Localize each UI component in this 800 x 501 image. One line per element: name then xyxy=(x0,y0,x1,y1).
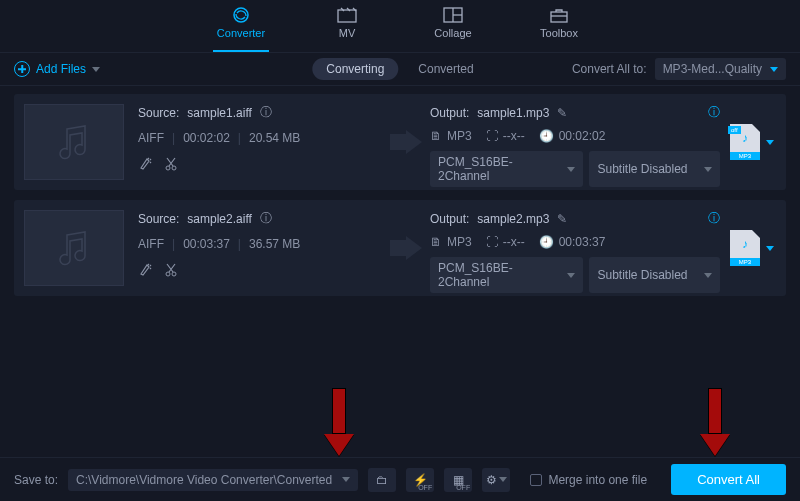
file-format-icon: off ♪ MP3 xyxy=(730,124,760,160)
thumbnail[interactable] xyxy=(24,210,124,286)
merge-label: Merge into one file xyxy=(548,473,647,487)
tab-converted[interactable]: Converted xyxy=(404,58,487,80)
info-icon[interactable]: ⓘ xyxy=(260,104,272,121)
output-format-dropdown[interactable]: MP3-Med...Quality xyxy=(655,58,786,80)
toolbox-icon xyxy=(548,6,570,24)
output-column: Output: sample2.mp3 ✎ ⓘ 🗎MP3 ⛶--x-- 🕘00:… xyxy=(430,210,720,286)
tab-converter-label: Converter xyxy=(217,27,265,39)
convert-all-to: Convert All to: MP3-Med...Quality xyxy=(572,58,786,80)
effects-icon[interactable] xyxy=(138,157,152,174)
output-format-button[interactable]: ♪ MP3 xyxy=(730,230,774,266)
subtitle-dropdown[interactable]: Subtitle Disabled xyxy=(589,151,720,187)
source-duration: 00:03:37 xyxy=(183,237,230,251)
mv-icon xyxy=(336,6,358,24)
source-filename: sample1.aiff xyxy=(187,106,251,120)
chevron-down-icon xyxy=(567,167,575,172)
collage-icon xyxy=(442,6,464,24)
gear-icon: ⚙ xyxy=(486,473,497,487)
edit-icon[interactable]: ✎ xyxy=(557,106,567,120)
chevron-down-icon xyxy=(766,246,774,251)
arrow-icon xyxy=(382,104,430,180)
svg-point-8 xyxy=(172,166,176,170)
source-column: Source: sample2.aiff ⓘ AIFF| 00:03:37| 3… xyxy=(124,210,382,286)
edit-icon[interactable]: ✎ xyxy=(557,212,567,226)
tab-converter[interactable]: Converter xyxy=(213,6,269,52)
chevron-down-icon xyxy=(766,140,774,145)
folder-icon: 🗀 xyxy=(376,473,388,487)
add-files-button[interactable]: Add Files xyxy=(14,61,100,77)
tab-mv[interactable]: MV xyxy=(319,6,375,52)
output-filename: sample1.mp3 xyxy=(477,106,549,120)
annotation-arrow xyxy=(324,388,354,460)
svg-point-9 xyxy=(166,272,170,276)
source-label: Source: xyxy=(138,212,179,226)
audio-codec-dropdown[interactable]: PCM_S16BE-2Channel xyxy=(430,151,583,187)
high-speed-button[interactable]: ▦OFF xyxy=(444,468,472,492)
output-label: Output: xyxy=(430,212,469,226)
tab-toolbox-label: Toolbox xyxy=(540,27,578,39)
source-duration: 00:02:02 xyxy=(183,131,230,145)
chevron-down-icon xyxy=(92,67,100,72)
audio-codec-dropdown[interactable]: PCM_S16BE-2Channel xyxy=(430,257,583,293)
output-label: Output: xyxy=(430,106,469,120)
convert-all-button[interactable]: Convert All xyxy=(671,464,786,495)
source-format: AIFF xyxy=(138,131,164,145)
clock-icon: 🕘 xyxy=(539,129,554,143)
chevron-down-icon xyxy=(499,477,507,482)
output-format-column: off ♪ MP3 xyxy=(720,104,774,180)
arrow-icon xyxy=(382,210,430,286)
converter-icon xyxy=(230,6,252,24)
chevron-down-icon xyxy=(567,273,575,278)
chevron-down-icon xyxy=(704,273,712,278)
info-icon[interactable]: ⓘ xyxy=(708,104,720,121)
file-icon: 🗎 xyxy=(430,235,442,249)
output-format-column: ♪ MP3 xyxy=(720,210,774,286)
subtitle-dropdown[interactable]: Subtitle Disabled xyxy=(589,257,720,293)
tab-mv-label: MV xyxy=(339,27,356,39)
checkbox-icon xyxy=(530,474,542,486)
tab-toolbox[interactable]: Toolbox xyxy=(531,6,587,52)
info-icon[interactable]: ⓘ xyxy=(260,210,272,227)
settings-button[interactable]: ⚙ xyxy=(482,468,510,492)
chevron-down-icon xyxy=(770,67,778,72)
cut-icon[interactable] xyxy=(164,157,178,174)
music-note-icon xyxy=(53,121,95,163)
info-icon[interactable]: ⓘ xyxy=(708,210,720,227)
thumbnail[interactable] xyxy=(24,104,124,180)
svg-rect-1 xyxy=(338,10,356,22)
save-path-dropdown[interactable]: C:\Vidmore\Vidmore Video Converter\Conve… xyxy=(68,469,358,491)
tab-collage[interactable]: Collage xyxy=(425,6,481,52)
file-format-icon: ♪ MP3 xyxy=(730,230,760,266)
output-format-button[interactable]: off ♪ MP3 xyxy=(730,124,774,160)
file-row: Source: sample2.aiff ⓘ AIFF| 00:03:37| 3… xyxy=(14,200,786,296)
svg-point-7 xyxy=(166,166,170,170)
music-note-icon xyxy=(53,227,95,269)
file-row: Source: sample1.aiff ⓘ AIFF| 00:02:02| 2… xyxy=(14,94,786,190)
tab-converting[interactable]: Converting xyxy=(312,58,398,80)
top-nav: Converter MV Collage Toolbox xyxy=(0,0,800,52)
save-path-value: C:\Vidmore\Vidmore Video Converter\Conve… xyxy=(76,473,332,487)
annotation-arrow xyxy=(700,388,730,460)
plus-icon xyxy=(14,61,30,77)
cut-icon[interactable] xyxy=(164,263,178,280)
file-icon: 🗎 xyxy=(430,129,442,143)
svg-point-10 xyxy=(172,272,176,276)
tab-collage-label: Collage xyxy=(434,27,471,39)
save-to-label: Save to: xyxy=(14,473,58,487)
output-format-value: MP3-Med...Quality xyxy=(663,62,762,76)
output-filename: sample2.mp3 xyxy=(477,212,549,226)
source-format: AIFF xyxy=(138,237,164,251)
svg-rect-5 xyxy=(551,12,567,22)
resolution-icon: ⛶ xyxy=(486,129,498,143)
footer: Save to: C:\Vidmore\Vidmore Video Conver… xyxy=(0,457,800,501)
open-folder-button[interactable]: 🗀 xyxy=(368,468,396,492)
output-column: Output: sample1.mp3 ✎ ⓘ 🗎MP3 ⛶--x-- 🕘00:… xyxy=(430,104,720,180)
merge-checkbox[interactable]: Merge into one file xyxy=(530,473,647,487)
add-files-label: Add Files xyxy=(36,62,86,76)
convert-all-to-label: Convert All to: xyxy=(572,62,647,76)
file-list: Source: sample1.aiff ⓘ AIFF| 00:02:02| 2… xyxy=(0,86,800,314)
hardware-accel-button[interactable]: ⚡OFF xyxy=(406,468,434,492)
chevron-down-icon xyxy=(342,477,350,482)
status-tabs: Converting Converted xyxy=(312,58,487,80)
effects-icon[interactable] xyxy=(138,263,152,280)
